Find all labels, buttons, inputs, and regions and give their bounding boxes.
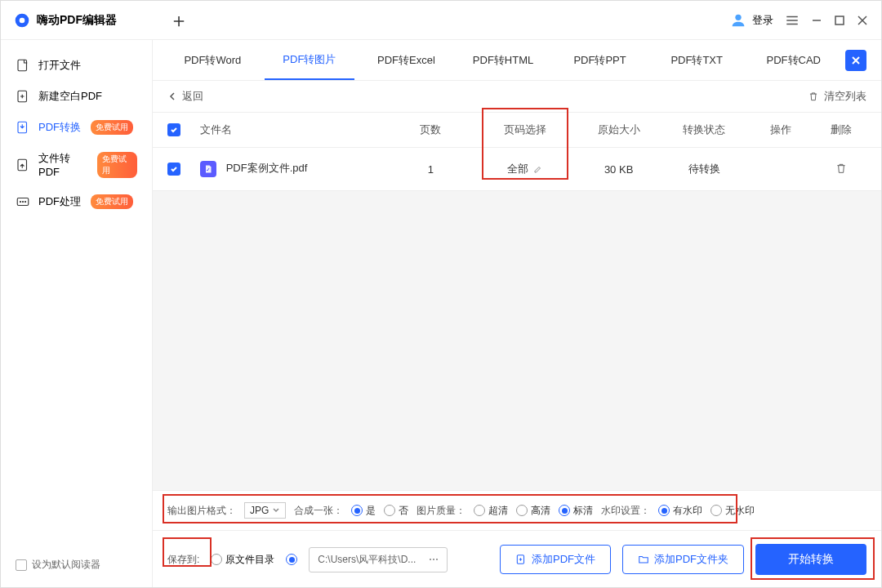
titlebar-right: 登录	[729, 11, 881, 29]
free-trial-badge: 免费试用	[91, 194, 133, 209]
output-options: 输出图片格式： JPG 合成一张： 是 否 图片质量： 超清 高清 标清 水印设…	[153, 490, 881, 530]
table-header: 文件名 页数 页码选择 原始大小 转换状态 操作 删除	[153, 113, 881, 148]
merge-no-radio[interactable]: 否	[384, 504, 408, 518]
app-logo-icon	[14, 12, 30, 29]
file-pages: 1	[388, 163, 474, 176]
save-custom-radio[interactable]	[286, 554, 297, 565]
close-icon[interactable]	[857, 15, 868, 26]
svg-rect-4	[835, 16, 844, 24]
svg-rect-5	[18, 60, 27, 71]
header-range: 页码选择	[504, 123, 546, 136]
watermark-label: 水印设置：	[601, 504, 650, 518]
merge-yes-radio[interactable]: 是	[351, 504, 376, 518]
save-path-input[interactable]: C:\Users\风平科技\D... ⋯	[309, 547, 448, 572]
sidebar-item-new[interactable]: 新建空白PDF	[9, 81, 144, 112]
row-checkbox[interactable]	[167, 163, 180, 176]
clear-list-button[interactable]: 清空列表	[808, 89, 866, 104]
quality-label: 图片质量：	[416, 504, 466, 518]
tab-ppt[interactable]: PDF转PPT	[555, 42, 645, 79]
watermark-yes-radio[interactable]: 有水印	[658, 504, 702, 518]
checkbox-icon[interactable]	[16, 559, 27, 571]
svg-point-2	[735, 14, 741, 20]
sidebar-item-label: 文件转PDF	[38, 151, 87, 178]
menu-icon[interactable]	[785, 13, 800, 28]
file-open-icon	[16, 58, 30, 73]
back-label: 返回	[182, 89, 203, 104]
format-value: JPG	[250, 505, 269, 516]
sidebar-item-process[interactable]: PDF处理 免费试用	[9, 186, 144, 217]
delete-row-button[interactable]	[835, 162, 848, 175]
default-reader-option[interactable]: 设为默认阅读器	[9, 551, 144, 578]
file-size: 30 KB	[576, 163, 662, 176]
plus-file-icon	[515, 554, 527, 565]
sidebar-item-label: PDF转换	[38, 120, 81, 135]
titlebar-mid: ＋	[153, 7, 729, 33]
empty-area	[153, 191, 881, 490]
minimize-icon[interactable]	[811, 15, 822, 26]
free-trial-badge: 免费试用	[97, 152, 137, 178]
tab-html[interactable]: PDF转HTML	[458, 42, 549, 79]
table-row: PDF案例文件.pdf 1 全部 30 KB 待转换	[153, 148, 881, 191]
svg-point-10	[20, 201, 21, 203]
sidebar-item-topdf[interactable]: 文件转PDF 免费试用	[9, 143, 144, 186]
chevron-left-icon	[167, 91, 177, 101]
add-file-button[interactable]: 添加PDF文件	[500, 545, 611, 574]
back-button[interactable]: 返回	[167, 89, 203, 104]
sidebar-item-label: 新建空白PDF	[38, 89, 102, 104]
chevron-down-icon	[272, 506, 280, 514]
close-tabs-button[interactable]	[845, 50, 866, 71]
save-to-label: 保存到:	[167, 553, 199, 567]
start-label: 开始转换	[788, 552, 834, 565]
file-new-icon	[16, 89, 30, 104]
quality-high-radio[interactable]: 高清	[516, 504, 550, 518]
header-status: 转换状态	[662, 122, 747, 137]
sidebar-item-label: PDF处理	[38, 194, 81, 209]
close-icon	[851, 56, 861, 65]
tab-cad[interactable]: PDF转CAD	[748, 42, 839, 79]
convert-icon	[16, 120, 30, 135]
select-all-checkbox[interactable]	[167, 123, 180, 136]
process-icon	[16, 194, 30, 209]
watermark-no-radio[interactable]: 无水印	[710, 504, 755, 518]
page-range-button[interactable]: 全部	[498, 158, 552, 180]
more-icon: ⋯	[429, 554, 439, 565]
login-button[interactable]: 登录	[729, 11, 773, 29]
sidebar-item-convert[interactable]: PDF转换 免费试用	[9, 112, 144, 143]
add-folder-button[interactable]: 添加PDF文件夹	[622, 545, 744, 574]
save-origdir-radio[interactable]: 原文件目录	[211, 553, 274, 567]
login-label: 登录	[752, 13, 773, 28]
content: PDF转Word PDF转图片 PDF转Excel PDF转HTML PDF转P…	[153, 40, 881, 588]
path-value: C:\Users\风平科技\D...	[318, 553, 416, 567]
format-label: 输出图片格式：	[167, 504, 236, 518]
list-toolbar: 返回 清空列表	[153, 81, 881, 113]
edit-icon	[533, 164, 543, 174]
bottom-bar: 保存到: 原文件目录 C:\Users\风平科技\D... ⋯ 添加PDF文件 …	[153, 530, 881, 588]
tab-excel[interactable]: PDF转Excel	[361, 42, 452, 79]
free-trial-badge: 免费试用	[91, 120, 133, 135]
svg-point-1	[20, 17, 25, 23]
app-title: 嗨动PDF编辑器	[37, 13, 117, 28]
header-op: 操作	[747, 122, 816, 137]
avatar-icon	[729, 11, 747, 29]
start-convert-button[interactable]: 开始转换	[755, 544, 866, 575]
range-value: 全部	[507, 162, 528, 176]
header-size: 原始大小	[576, 122, 662, 137]
sidebar-item-label: 打开文件	[38, 58, 81, 73]
sidebar-item-open[interactable]: 打开文件	[9, 50, 144, 81]
quality-std-radio[interactable]: 标清	[559, 504, 593, 518]
maximize-icon[interactable]	[834, 15, 845, 26]
header-del: 删除	[815, 122, 866, 137]
logo-area: 嗨动PDF编辑器	[1, 12, 153, 29]
quality-ultra-radio[interactable]: 超清	[474, 504, 508, 518]
format-select[interactable]: JPG	[244, 502, 286, 519]
tab-word[interactable]: PDF转Word	[167, 42, 258, 79]
default-reader-label: 设为默认阅读器	[32, 558, 100, 572]
sidebar: 打开文件 新建空白PDF PDF转换 免费试用 文件转PDF 免费试用 PDF处…	[1, 40, 153, 588]
tab-image[interactable]: PDF转图片	[265, 41, 355, 80]
file-status: 待转换	[662, 162, 747, 176]
tab-txt[interactable]: PDF转TXT	[652, 42, 742, 79]
folder-icon	[638, 554, 649, 565]
svg-point-12	[24, 201, 26, 203]
add-file-label: 添加PDF文件	[532, 552, 595, 567]
new-tab-button[interactable]: ＋	[169, 7, 189, 33]
